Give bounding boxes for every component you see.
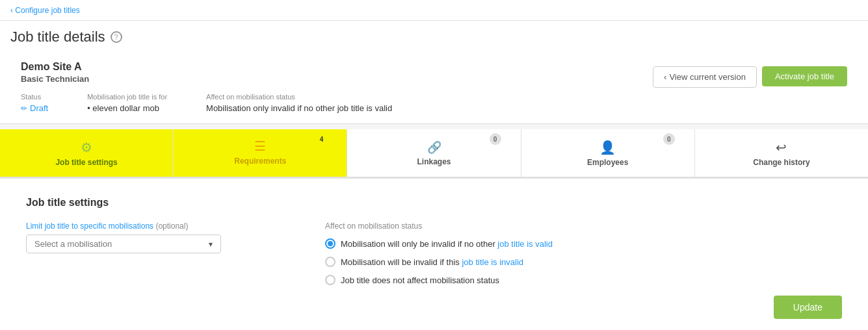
radio-circle-1 — [325, 238, 335, 249]
gear-icon: ⚙ — [81, 140, 92, 155]
right-column: Affect on mobilisation status Mobilisati… — [325, 222, 842, 319]
pencil-icon: ✏ — [21, 104, 27, 113]
breadcrumb-bar: ‹ Configure job titles — [0, 0, 868, 21]
tab-requirements-label: Requirements — [234, 157, 286, 166]
mobilisation-label: Mobilisation job title is for — [87, 93, 167, 101]
tab-linkages[interactable]: 0 🔗 Linkages — [347, 129, 521, 177]
breadcrumb-link[interactable]: ‹ Configure job titles — [10, 6, 80, 15]
left-column: Limit job title to specific mobilisation… — [26, 222, 286, 319]
linkages-badge: 0 — [490, 133, 501, 145]
radio-group: Mobilisation will only be invalid if no … — [325, 238, 842, 285]
record-info: Demo Site A Basic Technician Status ✏ Dr… — [21, 61, 653, 113]
requirements-badge: 4 — [315, 133, 327, 145]
page-header: Job title details ? Demo Site A Basic Te… — [0, 21, 868, 124]
record-actions: ‹ View current version Activate job titl… — [653, 61, 847, 88]
radio-item-3[interactable]: Job title does not affect mobilisation s… — [325, 275, 842, 285]
chevron-left-icon: ‹ — [664, 72, 666, 82]
tab-requirements[interactable]: 4 ☰ Requirements — [174, 129, 347, 177]
tabs-bar: ⚙ Job title settings 4 ☰ Requirements 0 … — [0, 129, 868, 179]
tab-employees[interactable]: 0 👤 Employees — [521, 129, 695, 177]
view-current-version-button[interactable]: ‹ View current version — [653, 66, 757, 88]
update-button[interactable]: Update — [774, 296, 842, 319]
activate-job-title-button[interactable]: Activate job title — [762, 66, 847, 86]
record-subtitle: Basic Technician — [21, 74, 653, 84]
section-title: Job title settings — [26, 197, 842, 209]
record-name: Demo Site A — [21, 61, 653, 73]
employees-badge: 0 — [663, 133, 675, 145]
tab-change-history[interactable]: ↩ Change history — [695, 129, 868, 177]
breadcrumb-link-text: Configure job titles — [15, 6, 79, 15]
content-grid: Limit job title to specific mobilisation… — [26, 222, 842, 319]
page-title: Job title details — [10, 29, 105, 45]
affect-value: Mobilisation only invalid if no other jo… — [206, 103, 614, 113]
radio-text-1: Mobilisation will only be invalid if no … — [341, 239, 553, 249]
radio-item-1[interactable]: Mobilisation will only be invalid if no … — [325, 238, 842, 249]
radio-text-3: Job title does not affect mobilisation s… — [341, 275, 499, 285]
radio-item-2[interactable]: Mobilisation will be invalid if this job… — [325, 257, 842, 267]
tab-employees-label: Employees — [587, 158, 628, 167]
list-icon: ☰ — [254, 138, 266, 154]
status-label: Status — [21, 93, 48, 101]
main-content: Job title settings Limit job title to sp… — [0, 179, 868, 330]
tab-linkages-label: Linkages — [417, 157, 451, 166]
help-icon[interactable]: ? — [111, 31, 122, 43]
mobilisation-select-wrapper[interactable]: ▾ — [26, 235, 221, 253]
status-value: ✏ Draft — [21, 103, 48, 113]
mobilisation-select-input[interactable] — [34, 239, 209, 249]
tab-job-title-settings[interactable]: ⚙ Job title settings — [0, 129, 174, 177]
mobilisation-value: eleven dollar mob — [87, 103, 167, 113]
tab-job-title-settings-label: Job title settings — [55, 158, 117, 167]
radio-circle-3 — [325, 275, 335, 285]
mobilisation-field-group: Mobilisation job title is for eleven dol… — [87, 93, 167, 113]
fields-row: Status ✏ Draft Mobilisation job title is… — [21, 93, 653, 113]
affect-field-group: Affect on mobilisation status Mobilisati… — [206, 93, 614, 113]
affect-mobilisation-label: Affect on mobilisation status — [325, 222, 842, 231]
person-icon: 👤 — [599, 140, 616, 155]
record-card: Demo Site A Basic Technician Status ✏ Dr… — [10, 51, 858, 123]
history-icon: ↩ — [776, 140, 787, 155]
status-field-group: Status ✏ Draft — [21, 93, 48, 113]
limit-label: Limit job title to specific mobilisation… — [26, 222, 286, 231]
chevron-down-icon: ▾ — [209, 240, 213, 249]
affect-label: Affect on mobilisation status — [206, 93, 614, 101]
radio-circle-2 — [325, 257, 335, 267]
link-icon: 🔗 — [427, 140, 441, 155]
radio-text-2: Mobilisation will be invalid if this job… — [341, 257, 523, 267]
tab-change-history-label: Change history — [753, 158, 809, 167]
